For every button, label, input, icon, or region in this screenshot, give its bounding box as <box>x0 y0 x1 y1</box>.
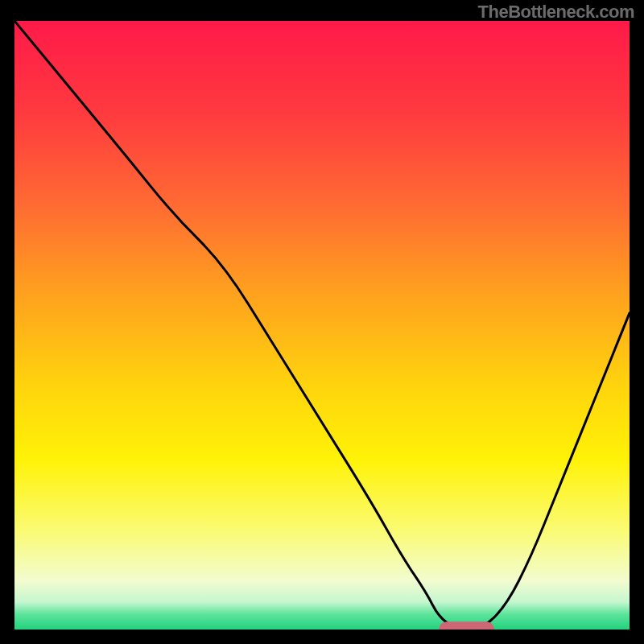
chart-svg <box>14 21 630 630</box>
plot-area <box>14 21 630 630</box>
watermark-text: TheBottleneck.com <box>478 2 634 23</box>
chart-container: TheBottleneck.com <box>0 0 644 644</box>
optimal-marker <box>439 621 494 630</box>
